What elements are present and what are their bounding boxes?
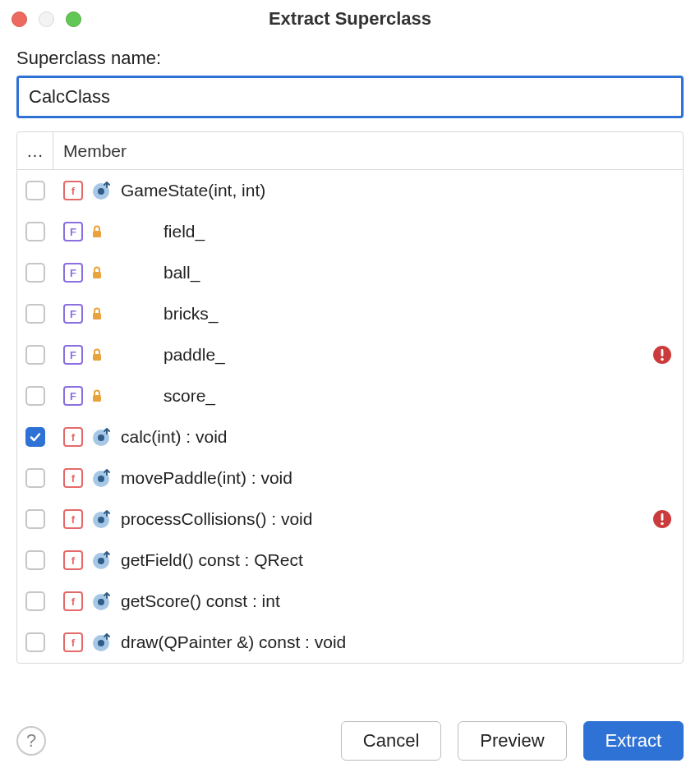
table-row[interactable]: Fscore_ (17, 375, 683, 416)
svg-point-24 (98, 640, 104, 646)
extract-button[interactable]: Extract (583, 721, 684, 761)
member-label: field_ (163, 222, 205, 241)
function-icon: f (63, 468, 83, 488)
svg-point-8 (661, 358, 664, 361)
member-checkbox[interactable] (25, 509, 45, 529)
member-checkbox[interactable] (25, 181, 45, 200)
member-checkbox[interactable] (25, 386, 45, 406)
member-label: draw(QPainter &) const : void (121, 632, 346, 652)
members-table-header: … Member (17, 132, 683, 170)
svg-point-22 (98, 599, 104, 605)
svg-point-18 (661, 522, 664, 526)
table-row[interactable]: Ffield_ (17, 211, 683, 252)
svg-point-15 (98, 517, 104, 523)
svg-point-11 (98, 434, 104, 441)
function-icon: f (63, 591, 83, 611)
column-header-checkbox[interactable]: … (17, 132, 53, 169)
member-label: score_ (163, 386, 215, 406)
svg-rect-9 (93, 395, 101, 402)
member-checkbox[interactable] (25, 591, 45, 611)
table-row[interactable]: fprocessCollisions() : void (17, 499, 683, 540)
override-icon (91, 467, 113, 489)
member-checkbox[interactable] (25, 222, 45, 241)
member-checkbox[interactable] (25, 632, 45, 652)
lock-icon (91, 348, 104, 361)
member-label: processCollisions() : void (121, 509, 312, 529)
member-cell: fGameState(int, int) (53, 180, 652, 201)
table-row[interactable]: Fball_ (17, 252, 683, 293)
function-icon: f (63, 632, 83, 652)
table-row[interactable]: Fpaddle_ (17, 334, 683, 375)
superclass-name-input[interactable] (16, 76, 684, 118)
member-cell: Fscore_ (53, 386, 652, 406)
titlebar: Extract Superclass (0, 0, 700, 38)
help-button[interactable]: ? (16, 726, 46, 756)
override-icon (91, 549, 113, 571)
function-icon: f (63, 181, 83, 200)
member-checkbox[interactable] (25, 550, 45, 570)
dialog-footer: ? Cancel Preview Extract (16, 701, 684, 761)
member-cell: fgetField() const : QRect (53, 549, 652, 571)
field-icon: F (63, 345, 83, 365)
svg-rect-2 (93, 231, 101, 237)
window-zoom-button[interactable] (66, 11, 81, 27)
member-checkbox[interactable] (25, 304, 45, 324)
override-icon (91, 426, 113, 448)
member-cell: Ffield_ (53, 222, 652, 241)
table-row[interactable]: fGameState(int, int) (17, 170, 683, 211)
member-label: GameState(int, int) (121, 181, 265, 200)
member-label: movePaddle(int) : void (121, 468, 292, 488)
table-row[interactable]: Fbricks_ (17, 293, 683, 334)
window-minimize-button[interactable] (39, 11, 54, 27)
warning-icon (652, 509, 673, 529)
table-row[interactable]: fgetField() const : QRect (17, 540, 683, 581)
table-row[interactable]: fdraw(QPainter &) const : void (17, 622, 683, 663)
dialog-content: Superclass name: … Member fGameState(int… (0, 38, 700, 777)
function-icon: f (63, 427, 83, 447)
svg-rect-17 (661, 513, 664, 521)
function-icon: f (63, 550, 83, 570)
member-checkbox[interactable] (25, 427, 45, 447)
function-icon: f (63, 509, 83, 529)
column-header-member[interactable]: Member (53, 141, 127, 161)
window-close-button[interactable] (12, 11, 27, 27)
preview-button[interactable]: Preview (458, 721, 566, 761)
lock-icon (91, 307, 104, 320)
table-row[interactable]: fgetScore() const : int (17, 581, 683, 622)
field-icon: F (63, 386, 83, 406)
member-cell: fcalc(int) : void (53, 426, 652, 448)
member-cell: fmovePaddle(int) : void (53, 467, 652, 489)
cancel-button[interactable]: Cancel (341, 721, 441, 761)
field-icon: F (63, 304, 83, 324)
traffic-lights (12, 11, 81, 27)
member-cell: fgetScore() const : int (53, 591, 652, 612)
member-label: getField() const : QRect (121, 550, 303, 570)
member-checkbox[interactable] (25, 263, 45, 283)
member-cell: fdraw(QPainter &) const : void (53, 632, 652, 653)
lock-icon (91, 266, 104, 279)
help-icon: ? (26, 730, 36, 752)
warning-icon (652, 345, 673, 365)
table-row[interactable]: fmovePaddle(int) : void (17, 457, 683, 499)
member-cell: fprocessCollisions() : void (53, 508, 652, 530)
members-table: … Member fGameState(int, int)Ffield_Fbal… (16, 131, 684, 664)
svg-rect-5 (93, 354, 101, 361)
table-row[interactable]: fcalc(int) : void (17, 416, 683, 457)
svg-point-20 (98, 558, 104, 564)
override-icon (91, 591, 113, 612)
member-cell: Fbricks_ (53, 304, 652, 324)
member-cell: Fball_ (53, 263, 652, 283)
svg-rect-7 (661, 349, 664, 356)
lock-icon (91, 389, 104, 402)
superclass-name-label: Superclass name: (16, 48, 684, 69)
svg-rect-4 (93, 313, 101, 320)
member-label: ball_ (163, 263, 200, 283)
override-icon (91, 508, 113, 530)
member-checkbox[interactable] (25, 345, 45, 365)
member-checkbox[interactable] (25, 468, 45, 488)
members-table-body: fGameState(int, int)Ffield_Fball_Fbricks… (17, 170, 683, 663)
lock-icon (91, 225, 104, 238)
member-label: bricks_ (163, 304, 219, 324)
svg-point-13 (98, 476, 104, 482)
field-icon: F (63, 263, 83, 283)
